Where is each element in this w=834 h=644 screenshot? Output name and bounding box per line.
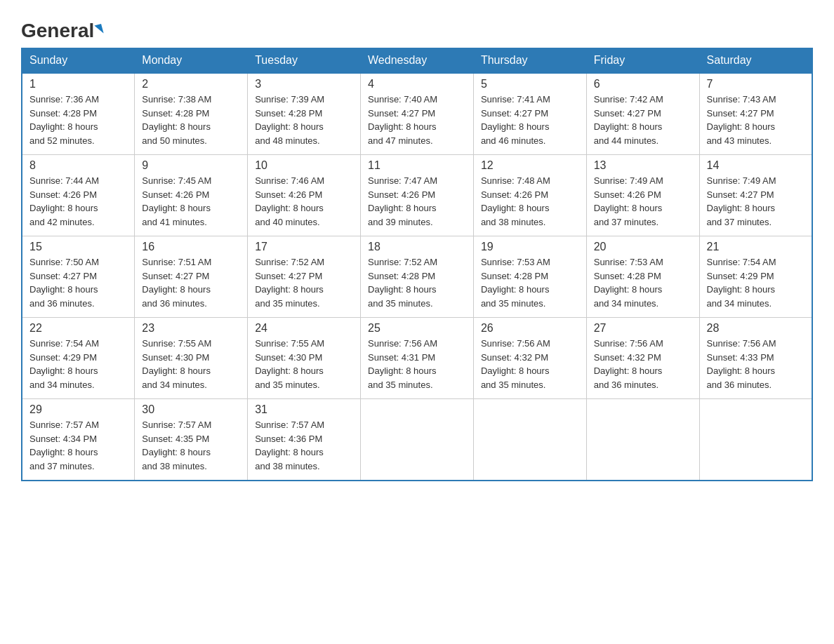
calendar-day-cell: 8 Sunrise: 7:44 AMSunset: 4:26 PMDayligh… bbox=[22, 155, 135, 236]
day-info: Sunrise: 7:52 AMSunset: 4:27 PMDaylight:… bbox=[255, 257, 324, 309]
calendar-day-cell bbox=[586, 399, 699, 481]
day-info: Sunrise: 7:55 AMSunset: 4:30 PMDaylight:… bbox=[255, 338, 324, 390]
calendar-day-cell: 25 Sunrise: 7:56 AMSunset: 4:31 PMDaylig… bbox=[361, 318, 474, 399]
day-info: Sunrise: 7:51 AMSunset: 4:27 PMDaylight:… bbox=[142, 257, 211, 309]
day-info: Sunrise: 7:57 AMSunset: 4:35 PMDaylight:… bbox=[142, 420, 211, 471]
day-number: 6 bbox=[594, 78, 692, 90]
calendar-day-cell: 30 Sunrise: 7:57 AMSunset: 4:35 PMDaylig… bbox=[135, 399, 248, 481]
calendar-day-cell: 12 Sunrise: 7:48 AMSunset: 4:26 PMDaylig… bbox=[473, 155, 586, 236]
day-info: Sunrise: 7:56 AMSunset: 4:31 PMDaylight:… bbox=[368, 338, 437, 390]
calendar-day-cell: 5 Sunrise: 7:41 AMSunset: 4:27 PMDayligh… bbox=[473, 73, 586, 155]
calendar-day-cell: 15 Sunrise: 7:50 AMSunset: 4:27 PMDaylig… bbox=[22, 236, 135, 318]
day-number: 9 bbox=[142, 159, 240, 172]
calendar-day-cell: 19 Sunrise: 7:53 AMSunset: 4:28 PMDaylig… bbox=[473, 236, 586, 318]
calendar-week-row: 22 Sunrise: 7:54 AMSunset: 4:29 PMDaylig… bbox=[22, 318, 812, 399]
day-info: Sunrise: 7:46 AMSunset: 4:26 PMDaylight:… bbox=[255, 175, 324, 227]
day-info: Sunrise: 7:54 AMSunset: 4:29 PMDaylight:… bbox=[29, 338, 99, 390]
day-number: 4 bbox=[368, 78, 466, 90]
day-info: Sunrise: 7:44 AMSunset: 4:26 PMDaylight:… bbox=[29, 175, 99, 227]
day-info: Sunrise: 7:48 AMSunset: 4:26 PMDaylight:… bbox=[481, 175, 550, 227]
day-number: 29 bbox=[29, 403, 127, 416]
day-number: 13 bbox=[594, 159, 692, 172]
day-number: 30 bbox=[142, 403, 240, 416]
logo-arrow-icon bbox=[95, 24, 104, 35]
calendar-week-row: 15 Sunrise: 7:50 AMSunset: 4:27 PMDaylig… bbox=[22, 236, 812, 318]
day-number: 24 bbox=[255, 322, 353, 335]
calendar-day-cell: 3 Sunrise: 7:39 AMSunset: 4:28 PMDayligh… bbox=[248, 73, 361, 155]
day-number: 11 bbox=[368, 159, 466, 172]
calendar-day-cell: 24 Sunrise: 7:55 AMSunset: 4:30 PMDaylig… bbox=[248, 318, 361, 399]
day-info: Sunrise: 7:47 AMSunset: 4:26 PMDaylight:… bbox=[368, 175, 437, 227]
day-info: Sunrise: 7:50 AMSunset: 4:27 PMDaylight:… bbox=[29, 257, 99, 309]
calendar-day-cell: 6 Sunrise: 7:42 AMSunset: 4:27 PMDayligh… bbox=[586, 73, 699, 155]
day-number: 8 bbox=[29, 159, 127, 172]
day-info: Sunrise: 7:57 AMSunset: 4:34 PMDaylight:… bbox=[29, 420, 99, 471]
calendar-day-cell: 16 Sunrise: 7:51 AMSunset: 4:27 PMDaylig… bbox=[135, 236, 248, 318]
calendar-day-cell bbox=[473, 399, 586, 481]
calendar-day-cell: 10 Sunrise: 7:46 AMSunset: 4:26 PMDaylig… bbox=[248, 155, 361, 236]
day-info: Sunrise: 7:53 AMSunset: 4:28 PMDaylight:… bbox=[594, 257, 663, 309]
logo: General bbox=[21, 21, 102, 41]
day-info: Sunrise: 7:43 AMSunset: 4:27 PMDaylight:… bbox=[707, 94, 776, 146]
day-of-week-header: Wednesday bbox=[361, 48, 474, 74]
calendar-day-cell bbox=[361, 399, 474, 481]
calendar-week-row: 1 Sunrise: 7:36 AMSunset: 4:28 PMDayligh… bbox=[22, 73, 812, 155]
calendar-day-cell: 27 Sunrise: 7:56 AMSunset: 4:32 PMDaylig… bbox=[586, 318, 699, 399]
day-info: Sunrise: 7:45 AMSunset: 4:26 PMDaylight:… bbox=[142, 175, 211, 227]
calendar-day-cell: 31 Sunrise: 7:57 AMSunset: 4:36 PMDaylig… bbox=[248, 399, 361, 481]
day-number: 18 bbox=[368, 241, 466, 253]
day-info: Sunrise: 7:38 AMSunset: 4:28 PMDaylight:… bbox=[142, 94, 211, 146]
day-info: Sunrise: 7:49 AMSunset: 4:27 PMDaylight:… bbox=[707, 175, 776, 227]
calendar-day-cell: 18 Sunrise: 7:52 AMSunset: 4:28 PMDaylig… bbox=[361, 236, 474, 318]
day-info: Sunrise: 7:56 AMSunset: 4:32 PMDaylight:… bbox=[481, 338, 550, 390]
day-number: 16 bbox=[142, 241, 240, 253]
calendar-day-cell: 14 Sunrise: 7:49 AMSunset: 4:27 PMDaylig… bbox=[699, 155, 812, 236]
calendar-day-cell: 20 Sunrise: 7:53 AMSunset: 4:28 PMDaylig… bbox=[586, 236, 699, 318]
day-number: 10 bbox=[255, 159, 353, 172]
calendar-day-cell: 4 Sunrise: 7:40 AMSunset: 4:27 PMDayligh… bbox=[361, 73, 474, 155]
calendar-day-cell: 29 Sunrise: 7:57 AMSunset: 4:34 PMDaylig… bbox=[22, 399, 135, 481]
day-info: Sunrise: 7:39 AMSunset: 4:28 PMDaylight:… bbox=[255, 94, 324, 146]
day-info: Sunrise: 7:36 AMSunset: 4:28 PMDaylight:… bbox=[29, 94, 99, 146]
calendar-day-cell: 13 Sunrise: 7:49 AMSunset: 4:26 PMDaylig… bbox=[586, 155, 699, 236]
calendar-day-cell: 17 Sunrise: 7:52 AMSunset: 4:27 PMDaylig… bbox=[248, 236, 361, 318]
day-info: Sunrise: 7:56 AMSunset: 4:32 PMDaylight:… bbox=[594, 338, 663, 390]
day-number: 25 bbox=[368, 322, 466, 335]
day-number: 26 bbox=[481, 322, 579, 335]
day-info: Sunrise: 7:57 AMSunset: 4:36 PMDaylight:… bbox=[255, 420, 324, 471]
logo-general-text: General bbox=[21, 21, 102, 41]
day-number: 1 bbox=[29, 78, 127, 90]
day-number: 27 bbox=[594, 322, 692, 335]
page-header: General bbox=[21, 14, 813, 41]
header-row: SundayMondayTuesdayWednesdayThursdayFrid… bbox=[22, 48, 812, 74]
day-of-week-header: Sunday bbox=[22, 48, 135, 74]
day-info: Sunrise: 7:49 AMSunset: 4:26 PMDaylight:… bbox=[594, 175, 663, 227]
calendar-day-cell: 1 Sunrise: 7:36 AMSunset: 4:28 PMDayligh… bbox=[22, 73, 135, 155]
calendar-day-cell: 23 Sunrise: 7:55 AMSunset: 4:30 PMDaylig… bbox=[135, 318, 248, 399]
calendar-day-cell bbox=[699, 399, 812, 481]
day-number: 23 bbox=[142, 322, 240, 335]
day-info: Sunrise: 7:55 AMSunset: 4:30 PMDaylight:… bbox=[142, 338, 211, 390]
day-number: 20 bbox=[594, 241, 692, 253]
calendar-day-cell: 21 Sunrise: 7:54 AMSunset: 4:29 PMDaylig… bbox=[699, 236, 812, 318]
day-info: Sunrise: 7:41 AMSunset: 4:27 PMDaylight:… bbox=[481, 94, 550, 146]
day-number: 22 bbox=[29, 322, 127, 335]
day-number: 19 bbox=[481, 241, 579, 253]
day-number: 28 bbox=[707, 322, 805, 335]
calendar-day-cell: 11 Sunrise: 7:47 AMSunset: 4:26 PMDaylig… bbox=[361, 155, 474, 236]
day-info: Sunrise: 7:52 AMSunset: 4:28 PMDaylight:… bbox=[368, 257, 437, 309]
calendar-day-cell: 2 Sunrise: 7:38 AMSunset: 4:28 PMDayligh… bbox=[135, 73, 248, 155]
day-number: 17 bbox=[255, 241, 353, 253]
day-number: 15 bbox=[29, 241, 127, 253]
day-number: 12 bbox=[481, 159, 579, 172]
day-info: Sunrise: 7:40 AMSunset: 4:27 PMDaylight:… bbox=[368, 94, 437, 146]
day-info: Sunrise: 7:54 AMSunset: 4:29 PMDaylight:… bbox=[707, 257, 776, 309]
calendar-week-row: 29 Sunrise: 7:57 AMSunset: 4:34 PMDaylig… bbox=[22, 399, 812, 481]
day-of-week-header: Friday bbox=[586, 48, 699, 74]
day-info: Sunrise: 7:42 AMSunset: 4:27 PMDaylight:… bbox=[594, 94, 663, 146]
calendar-week-row: 8 Sunrise: 7:44 AMSunset: 4:26 PMDayligh… bbox=[22, 155, 812, 236]
calendar-table: SundayMondayTuesdayWednesdayThursdayFrid… bbox=[21, 48, 813, 481]
day-number: 7 bbox=[707, 78, 805, 90]
day-info: Sunrise: 7:56 AMSunset: 4:33 PMDaylight:… bbox=[707, 338, 776, 390]
day-info: Sunrise: 7:53 AMSunset: 4:28 PMDaylight:… bbox=[481, 257, 550, 309]
